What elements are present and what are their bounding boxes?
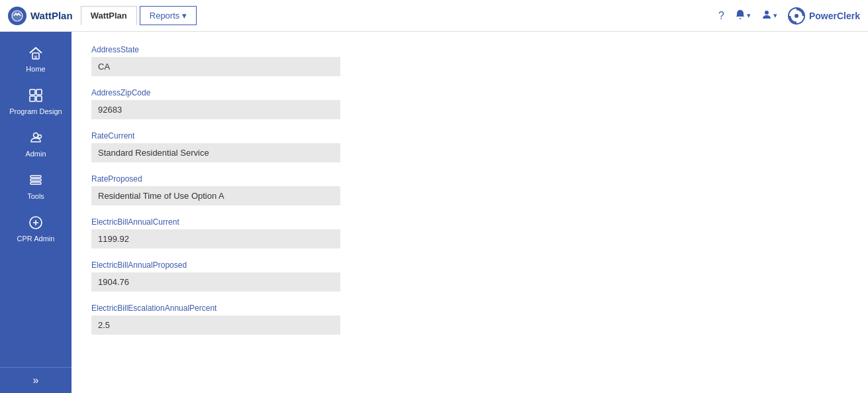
user-icon <box>761 9 772 23</box>
logo-area: WattPlan <box>8 7 73 25</box>
sidebar-tools-label: Tools <box>27 192 44 200</box>
field-group-rateproposed: RateProposedResidential Time of Use Opti… <box>91 174 848 205</box>
svg-point-4 <box>795 14 798 18</box>
help-icon: ? <box>718 10 724 22</box>
field-group-addressstate: AddressStateCA <box>91 45 848 76</box>
admin-icon <box>26 129 45 147</box>
sidebar-cpr-admin-label: CPR Admin <box>17 235 55 243</box>
field-label-3: RateProposed <box>91 174 848 184</box>
wattplan-logo-icon <box>8 7 26 25</box>
field-value-2[interactable]: Standard Residential Service <box>91 143 340 162</box>
svg-rect-7 <box>30 89 35 95</box>
sidebar-item-tools[interactable]: Tools <box>0 164 72 207</box>
field-group-electricbillescalationannualpercent: ElectricBillEscalationAnnualPercent2.5 <box>91 304 848 335</box>
svg-rect-15 <box>30 182 41 184</box>
sidebar-home-label: Home <box>26 65 45 73</box>
notifications-button[interactable]: ▾ <box>735 9 751 23</box>
cpr-admin-icon <box>26 213 45 232</box>
nav-left: WattPlan WattPlan Reports ▾ <box>8 6 197 25</box>
collapse-icon: » <box>33 374 39 386</box>
svg-rect-8 <box>36 89 42 95</box>
svg-point-12 <box>38 135 42 139</box>
sidebar: Home Program Design <box>0 32 72 393</box>
svg-rect-6 <box>34 56 37 59</box>
svg-point-2 <box>765 11 769 15</box>
nav-right: ? ▾ ▾ <box>718 7 860 25</box>
svg-point-11 <box>34 133 38 138</box>
svg-rect-9 <box>30 96 35 101</box>
program-design-icon <box>26 86 45 105</box>
field-value-1[interactable]: 92683 <box>91 100 340 119</box>
field-group-addresszipcode: AddressZipCode92683 <box>91 88 848 119</box>
sidebar-item-admin[interactable]: Admin <box>0 122 72 164</box>
sidebar-item-program-design[interactable]: Program Design <box>0 80 72 122</box>
svg-rect-13 <box>30 176 41 178</box>
field-label-6: ElectricBillEscalationAnnualPercent <box>91 304 848 313</box>
help-button[interactable]: ? <box>718 10 724 22</box>
field-label-1: AddressZipCode <box>91 88 848 97</box>
sidebar-item-home[interactable]: Home <box>0 37 72 80</box>
field-group-electricbillannualproposed: ElectricBillAnnualProposed1904.76 <box>91 260 848 292</box>
sidebar-program-design-label: Program Design <box>9 107 62 115</box>
top-nav: WattPlan WattPlan Reports ▾ ? ▾ <box>0 0 868 32</box>
field-label-5: ElectricBillAnnualProposed <box>91 260 848 270</box>
reports-tab[interactable]: Reports ▾ <box>140 6 197 25</box>
tools-icon <box>26 171 45 190</box>
field-value-6[interactable]: 2.5 <box>91 315 340 335</box>
reports-dropdown-arrow: ▾ <box>182 11 187 21</box>
field-label-2: RateCurrent <box>91 131 848 140</box>
field-label-4: ElectricBillAnnualCurrent <box>91 217 848 227</box>
wattplan-tab[interactable]: WattPlan <box>81 6 137 25</box>
logo-text: WattPlan <box>30 10 73 21</box>
bell-dropdown: ▾ <box>747 11 751 20</box>
reports-tab-label: Reports <box>150 11 180 21</box>
powerclerc-logo: PowerClerk <box>788 7 860 25</box>
svg-rect-10 <box>36 96 42 101</box>
field-value-3[interactable]: Residential Time of Use Option A <box>91 186 340 205</box>
field-value-0[interactable]: CA <box>91 57 340 76</box>
svg-rect-14 <box>30 179 41 181</box>
powerclerc-text: PowerClerk <box>809 11 860 21</box>
user-button[interactable]: ▾ <box>761 9 777 23</box>
field-label-0: AddressState <box>91 45 848 54</box>
user-dropdown: ▾ <box>773 11 777 20</box>
sidebar-item-cpr-admin[interactable]: CPR Admin <box>0 207 72 249</box>
field-group-ratecurrent: RateCurrentStandard Residential Service <box>91 131 848 162</box>
main-layout: Home Program Design <box>0 32 868 393</box>
field-value-5[interactable]: 1904.76 <box>91 272 340 292</box>
field-value-4[interactable]: 1199.92 <box>91 229 340 249</box>
sidebar-admin-label: Admin <box>25 150 46 158</box>
bell-icon <box>735 9 746 23</box>
sidebar-collapse-button[interactable]: » <box>0 367 72 393</box>
home-icon <box>26 44 45 62</box>
main-content: AddressStateCAAddressZipCode92683RateCur… <box>72 32 868 393</box>
field-group-electricbillannualcurrent: ElectricBillAnnualCurrent1199.92 <box>91 217 848 249</box>
